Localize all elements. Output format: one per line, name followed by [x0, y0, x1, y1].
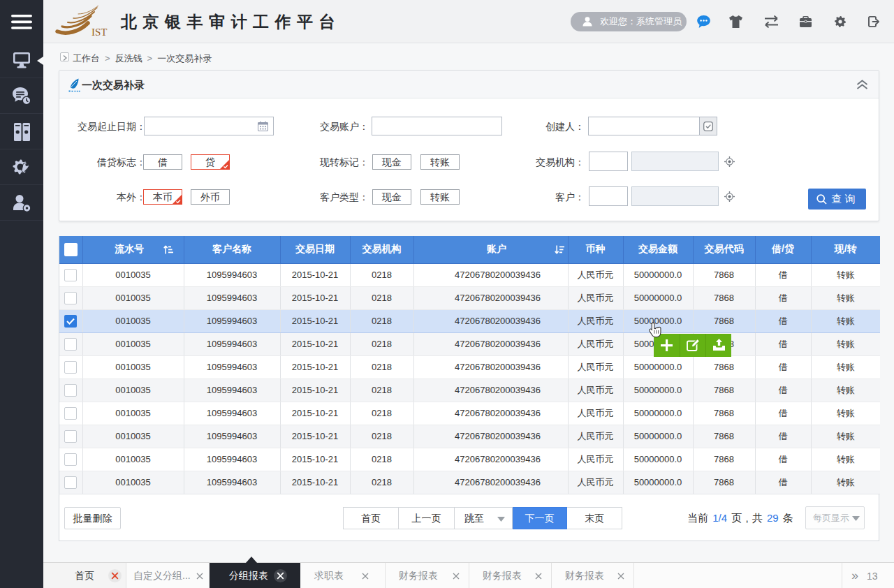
svg-text:IST: IST [91, 27, 108, 38]
